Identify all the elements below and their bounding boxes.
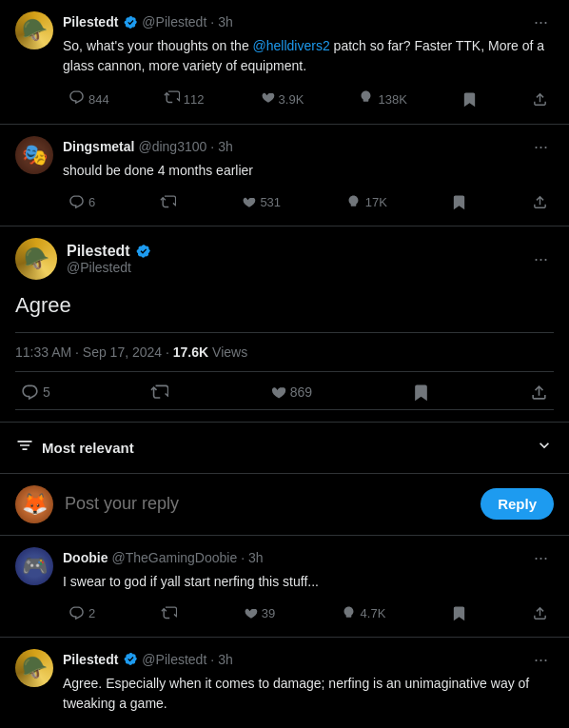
views-count-1: 138K (378, 92, 406, 107)
share-action-r2[interactable] (526, 723, 554, 728)
sort-bar[interactable]: Most relevant (0, 423, 569, 474)
like-action-main[interactable]: 869 (263, 380, 318, 405)
main-tweet: Pilestedt @Pilestedt ··· Agree 11:33 AM … (0, 226, 569, 423)
main-tweet-user: Pilestedt @Pilestedt (15, 238, 151, 280)
avatar-wrapper-r2 (15, 649, 53, 728)
retweet-count-1: 112 (184, 92, 205, 107)
like-count-2: 531 (260, 195, 281, 209)
comment-action-r2[interactable]: 8 (63, 723, 101, 728)
actions-2: 6 531 17K (63, 190, 554, 214)
like-icon-1 (259, 89, 275, 108)
reply-username-1[interactable]: Doobie (63, 550, 108, 565)
more-button-r2[interactable]: ··· (528, 649, 554, 670)
reply-actions-1: 2 39 4.7K (63, 601, 554, 625)
main-tweet-text: Agree (15, 291, 554, 321)
tweet-text-2: should be done 4 months earlier (63, 161, 554, 181)
avatar-dingsmetal[interactable]: 🎭 (15, 136, 53, 174)
more-button-2[interactable]: ··· (528, 136, 554, 157)
tweet-1: Pilestedt @Pilestedt · 3h ··· So, what's… (0, 0, 569, 125)
more-button-main[interactable]: ··· (528, 248, 554, 269)
tweet-content-1: Pilestedt @Pilestedt · 3h ··· So, what's… (63, 11, 554, 112)
comment-count-r1: 2 (88, 606, 95, 620)
views-action-r1[interactable]: 4.7K (335, 601, 392, 625)
reply-meta-left-2: Pilestedt @Pilestedt · 3h (63, 652, 233, 667)
comment-action-main[interactable]: 5 (15, 380, 56, 405)
main-views-count: 17.6K (173, 344, 208, 360)
reply-time-1: 3h (248, 550, 264, 565)
retweet-action-r2[interactable]: 1 (151, 723, 189, 728)
bookmark-action-2[interactable] (445, 190, 473, 214)
reply-text-1: I swear to god if yall start nerfing thi… (63, 572, 554, 592)
like-count-r1: 39 (262, 606, 275, 620)
reply-username-2[interactable]: Pilestedt (63, 652, 118, 667)
views-icon-1 (358, 89, 374, 108)
comment-action-r1[interactable]: 2 (63, 601, 101, 625)
like-count-main: 869 (290, 384, 312, 400)
reply-button[interactable]: Reply (481, 488, 554, 520)
main-tweet-timestamp: 11:33 AM · Sep 17, 2024 · 17.6K Views (15, 332, 554, 372)
retweet-action-1[interactable]: 112 (158, 86, 210, 112)
sort-left: Most relevant (15, 436, 134, 460)
dot-2: · (210, 139, 214, 154)
meta-left-1: Pilestedt @Pilestedt · 3h (63, 14, 233, 30)
avatar-pilestedt-main[interactable] (15, 238, 57, 280)
reply-tweet-2: Pilestedt @Pilestedt · 3h ··· Agree. Esp… (0, 638, 569, 728)
reply-input[interactable] (65, 494, 469, 514)
bookmark-action-main[interactable] (406, 380, 436, 405)
like-action-r2[interactable]: 230 (240, 723, 292, 728)
retweet-action-r1[interactable] (155, 601, 183, 625)
bookmark-action-r1[interactable] (445, 601, 473, 625)
reply-time-2: 3h (218, 652, 233, 667)
reply-tweet-1: 🎮 Doobie @TheGamingDoobie · 3h ··· I swe… (0, 536, 569, 638)
reply-meta-2: Pilestedt @Pilestedt · 3h ··· (63, 649, 554, 670)
share-action-1[interactable] (526, 88, 554, 111)
bookmark-action-1[interactable] (456, 88, 483, 111)
views-action-r2[interactable]: 4.8K (342, 723, 399, 728)
like-count-1: 3.9K (279, 92, 304, 107)
mention-helldivers[interactable]: @helldivers2 (253, 38, 330, 53)
handle-2: @ding3100 (138, 139, 206, 154)
reply-text-2: Agree. Especially when it comes to damag… (63, 674, 554, 714)
share-action-r1[interactable] (526, 601, 554, 625)
avatar-pilestedt-r2[interactable] (15, 649, 53, 687)
comment-action-2[interactable]: 6 (63, 190, 101, 214)
sort-icon (15, 436, 34, 460)
like-action-r1[interactable]: 39 (236, 601, 281, 625)
views-action-2[interactable]: 17K (340, 190, 393, 214)
username-1[interactable]: Pilestedt (63, 14, 118, 30)
more-button-r1[interactable]: ··· (528, 547, 554, 568)
tweet-2: 🎭 Dingsmetal @ding3100 · 3h ··· should b… (0, 125, 569, 226)
like-action-1[interactable]: 3.9K (253, 86, 310, 112)
reply-meta-left-1: Doobie @TheGamingDoobie · 3h (63, 550, 264, 565)
chevron-down-icon (535, 436, 554, 460)
reply-dot-1: · (241, 550, 245, 565)
time-1: 3h (218, 14, 233, 30)
views-label: Views (212, 344, 247, 360)
meta-line-2: Dingsmetal @ding3100 · 3h ··· (63, 136, 554, 157)
main-verified (136, 244, 151, 259)
share-action-2[interactable] (526, 190, 554, 214)
sort-label: Most relevant (42, 440, 134, 456)
views-action-1[interactable]: 138K (352, 86, 412, 112)
avatar-wrapper-r1: 🎮 (15, 547, 53, 625)
username-2[interactable]: Dingsmetal (63, 139, 134, 154)
main-username[interactable]: Pilestedt (67, 243, 130, 260)
actions-1: 844 112 3.9K 138K (63, 86, 554, 112)
retweet-action-2[interactable] (154, 190, 182, 214)
tweet-content-2: Dingsmetal @ding3100 · 3h ··· should be … (63, 136, 554, 214)
retweet-action-main[interactable] (145, 380, 174, 405)
reply-content-2: Pilestedt @Pilestedt · 3h ··· Agree. Esp… (63, 649, 554, 728)
reply-handle-2: @Pilestedt (142, 652, 206, 667)
avatar-doobie[interactable]: 🎮 (15, 547, 53, 585)
share-action-main[interactable] (524, 380, 554, 405)
bookmark-action-r2[interactable] (448, 723, 476, 728)
avatar-pilestedt-1[interactable] (15, 11, 53, 49)
views-count-2: 17K (365, 195, 387, 209)
time-2: 3h (218, 139, 233, 154)
main-tweet-user-info: Pilestedt @Pilestedt (67, 243, 151, 275)
more-button-1[interactable]: ··· (528, 11, 554, 32)
views-count-r1: 4.7K (361, 606, 386, 620)
like-action-2[interactable]: 531 (234, 190, 286, 214)
verified-badge-1 (124, 15, 138, 30)
comment-action-1[interactable]: 844 (63, 86, 115, 112)
